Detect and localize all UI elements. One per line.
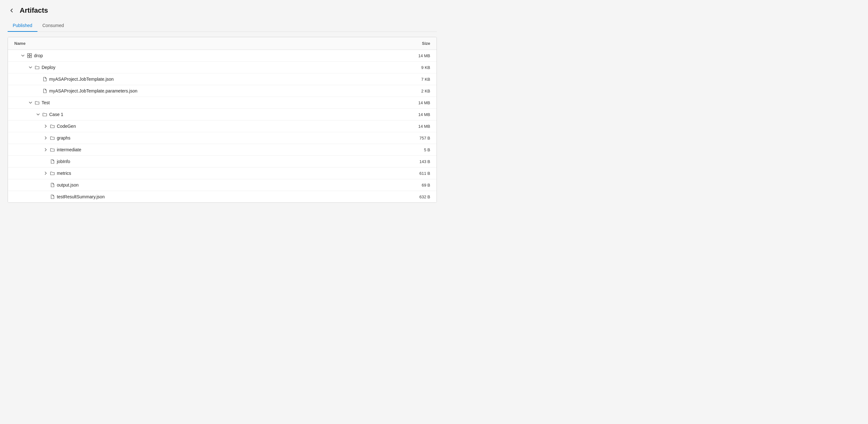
folder-icon	[50, 147, 55, 152]
tabs-container: Published Consumed	[8, 20, 437, 32]
row-name: Deploy	[14, 65, 405, 70]
row-name: drop	[14, 53, 405, 58]
svg-rect-1	[30, 54, 32, 56]
row-name: myASAProject.JobTemplate.json	[14, 77, 405, 82]
folder-icon	[50, 135, 55, 140]
item-size: 611 B	[405, 171, 430, 176]
file-icon	[50, 194, 55, 199]
row-name: graphs	[14, 135, 405, 140]
item-size: 9 KB	[405, 65, 430, 70]
svg-rect-3	[30, 56, 32, 58]
item-name: drop	[34, 53, 43, 58]
item-name: myASAProject.JobTemplate.json	[49, 77, 114, 82]
folder-icon	[35, 100, 40, 105]
folder-icon	[50, 124, 55, 129]
item-size: 632 B	[405, 195, 430, 199]
item-name: testResultSummary.json	[57, 194, 105, 199]
item-name: output.json	[57, 182, 79, 188]
item-name: graphs	[57, 135, 70, 140]
item-size: 14 MB	[405, 53, 430, 58]
row-name: testResultSummary.json	[14, 194, 405, 199]
item-name: Deploy	[41, 65, 56, 70]
chevron-icon[interactable]	[28, 65, 33, 69]
item-size: 2 KB	[405, 89, 430, 93]
table-row: output.json 69 B	[8, 179, 437, 191]
item-name: myASAProject.JobTemplate.parameters.json	[49, 88, 137, 93]
item-name: Case 1	[49, 112, 63, 117]
file-icon	[42, 77, 47, 82]
svg-rect-2	[28, 56, 30, 58]
item-size: 14 MB	[405, 112, 430, 117]
page-title: Artifacts	[20, 6, 48, 15]
table-row: Case 1 14 MB	[8, 109, 437, 120]
chevron-icon[interactable]	[28, 101, 33, 105]
file-icon	[50, 182, 55, 188]
chevron-icon[interactable]	[36, 112, 40, 117]
chevron-icon[interactable]	[43, 136, 48, 140]
page: Artifacts Published Consumed Name Size	[0, 0, 444, 209]
table-row: Test 14 MB	[8, 97, 437, 109]
folder-icon	[50, 171, 55, 176]
row-name: Test	[14, 100, 405, 105]
item-size: 757 B	[405, 136, 430, 140]
row-name: myASAProject.JobTemplate.parameters.json	[14, 88, 405, 93]
table-row: graphs 757 B	[8, 132, 437, 144]
row-name: output.json	[14, 182, 405, 188]
row-name: jobInfo	[14, 159, 405, 164]
row-name: Case 1	[14, 112, 405, 117]
chevron-icon[interactable]	[43, 124, 48, 129]
artifact-icon	[27, 53, 32, 58]
table-row: myASAProject.JobTemplate.json 7 KB	[8, 74, 437, 85]
item-name: intermediate	[57, 147, 81, 152]
item-size: 5 B	[405, 147, 430, 152]
column-size: Size	[422, 41, 430, 46]
item-name: jobInfo	[57, 159, 70, 164]
table-row: metrics 611 B	[8, 168, 437, 179]
folder-icon	[42, 112, 47, 117]
table-body: drop 14 MB Deploy 9 KB	[8, 50, 437, 202]
table-row: drop 14 MB	[8, 50, 437, 62]
artifacts-table: Name Size	[8, 37, 437, 203]
item-size: 7 KB	[405, 77, 430, 82]
chevron-icon[interactable]	[21, 53, 25, 58]
item-size: 14 MB	[405, 101, 430, 105]
folder-icon	[35, 65, 40, 70]
table-row: jobInfo 143 B	[8, 156, 437, 168]
row-name: CodeGen	[14, 124, 405, 129]
row-name: intermediate	[14, 147, 405, 152]
table-row: CodeGen 14 MB	[8, 120, 437, 132]
svg-rect-0	[28, 54, 30, 56]
item-size: 14 MB	[405, 124, 430, 129]
tab-consumed[interactable]: Consumed	[37, 20, 69, 32]
page-header: Artifacts	[8, 6, 437, 15]
back-button[interactable]	[8, 6, 16, 15]
table-row: intermediate 5 B	[8, 144, 437, 156]
item-size: 143 B	[405, 159, 430, 164]
item-size: 69 B	[405, 183, 430, 188]
item-name: metrics	[57, 171, 71, 176]
table-row: Deploy 9 KB	[8, 62, 437, 74]
table-header: Name Size	[8, 37, 437, 50]
file-icon	[50, 159, 55, 164]
file-icon	[42, 88, 47, 93]
item-name: CodeGen	[57, 124, 76, 129]
table-row: myASAProject.JobTemplate.parameters.json…	[8, 85, 437, 97]
table-row: testResultSummary.json 632 B	[8, 191, 437, 202]
row-name: metrics	[14, 171, 405, 176]
item-name: Test	[41, 100, 50, 105]
chevron-icon[interactable]	[43, 147, 48, 152]
tab-published[interactable]: Published	[8, 20, 37, 32]
chevron-icon[interactable]	[43, 171, 48, 175]
column-name: Name	[14, 41, 25, 46]
